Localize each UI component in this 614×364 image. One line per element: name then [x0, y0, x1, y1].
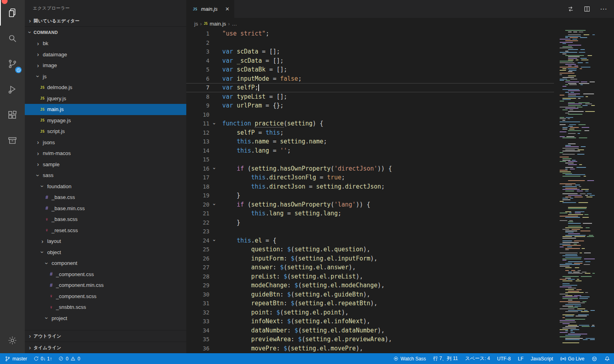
- code-line-7[interactable]: 7var selfP;: [186, 83, 554, 92]
- more-actions-icon[interactable]: ⋯: [600, 7, 607, 11]
- section-outline[interactable]: › アウトライン: [25, 330, 186, 342]
- tree-item-image[interactable]: ›image: [25, 60, 186, 71]
- tree-item-component[interactable]: ›component: [25, 258, 186, 269]
- tree-item-project[interactable]: ›project: [25, 313, 186, 324]
- tree-item-sass[interactable]: ›sass: [25, 170, 186, 181]
- activity-run-debug[interactable]: [0, 77, 25, 102]
- code-line-5[interactable]: 5var scDataBk = [];: [186, 65, 554, 74]
- section-timeline[interactable]: › タイムライン: [25, 342, 186, 353]
- code-line-13[interactable]: 13 this.name = setting.name;: [186, 137, 554, 146]
- breadcrumb-file[interactable]: main.js: [209, 21, 226, 27]
- breadcrumb-more[interactable]: …: [232, 21, 237, 27]
- code-line-31[interactable]: 31 repeatBtn: $(setting.el.repeatBtn),: [186, 299, 554, 308]
- breadcrumb-folder[interactable]: js: [194, 21, 198, 27]
- tab-main-js[interactable]: JS main.js ✕: [186, 0, 234, 18]
- code-line-16[interactable]: 16› if (setting.hasOwnProperty('directJs…: [186, 164, 554, 173]
- tree-item-dataimage[interactable]: ›dataimage: [25, 49, 186, 60]
- code-line-17[interactable]: 17 this.directJsonFlg = true;: [186, 173, 554, 182]
- tree-item-object[interactable]: ›object: [25, 247, 186, 258]
- fold-chevron-icon[interactable]: ›: [209, 121, 220, 127]
- section-open-editors[interactable]: › 開いているエディター: [25, 15, 186, 27]
- tree-item-nvim-macos[interactable]: ›nvim-macos: [25, 148, 186, 159]
- code-line-32[interactable]: 32 point: $(setting.el.point),: [186, 308, 554, 317]
- code-line-24[interactable]: 24› this.el = {: [186, 236, 554, 245]
- activity-source-control[interactable]: [0, 51, 25, 77]
- open-changes-icon[interactable]: [567, 6, 574, 12]
- tree-item-mypage.js[interactable]: JSmypage.js: [25, 115, 186, 126]
- watch-sass-button[interactable]: Watch Sass: [393, 356, 426, 362]
- tree-item-sample[interactable]: ›sample: [25, 159, 186, 170]
- tree-item-_component.min.css[interactable]: #_component.min.css: [25, 280, 186, 291]
- code-line-23[interactable]: 23: [186, 227, 554, 236]
- activity-settings[interactable]: [0, 328, 25, 353]
- cursor-position[interactable]: 行 7、列 11: [433, 355, 458, 362]
- code-line-6[interactable]: 6var inputMode = false;: [186, 74, 554, 84]
- tree-item-jsons[interactable]: ›jsons: [25, 137, 186, 148]
- tree-item-layout[interactable]: ›layout: [25, 236, 186, 247]
- code-line-2[interactable]: 2: [186, 38, 554, 48]
- eol-sequence[interactable]: LF: [518, 356, 524, 362]
- problems-status[interactable]: 0 0: [58, 356, 80, 362]
- code-line-1[interactable]: 1"use strict";: [186, 29, 554, 38]
- tree-item-foundation[interactable]: ›foundation: [25, 181, 186, 192]
- code-line-20[interactable]: 20› if (setting.hasOwnProperty('lang')) …: [186, 200, 554, 209]
- code-line-26[interactable]: 26 inputForm: $(setting.el.inputForm),: [186, 254, 554, 263]
- tree-item-_reset.scss[interactable]: ♀_reset.scss: [25, 225, 186, 236]
- code-line-28[interactable]: 28 preList: $(setting.el.preList),: [186, 272, 554, 281]
- code-line-14[interactable]: 14 this.lang = '';: [186, 146, 554, 155]
- code-line-4[interactable]: 4var _scData = [];: [186, 56, 554, 66]
- code-editor[interactable]: 1"use strict";23var scData = [];4var _sc…: [186, 29, 614, 353]
- tree-item-_base.css[interactable]: #_base.css: [25, 192, 186, 203]
- code-line-15[interactable]: 15: [186, 155, 554, 164]
- code-token: [222, 183, 251, 190]
- code-line-29[interactable]: 29 modeChange: $(setting.el.modeChange),: [186, 281, 554, 290]
- go-live-button[interactable]: Go Live: [560, 356, 584, 362]
- code-token: dataNumber: [251, 327, 287, 334]
- tree-item-js[interactable]: ›js: [25, 71, 186, 82]
- tree-item-_snsbtn.scss[interactable]: ♀_snsbtn.scss: [25, 302, 186, 313]
- git-sync-status[interactable]: 0↓ 1↑: [34, 356, 52, 362]
- tree-item-_component.css[interactable]: #_component.css: [25, 269, 186, 280]
- code-line-33[interactable]: 33 infoNext: $(setting.el.infoNext),: [186, 317, 554, 326]
- code-line-22[interactable]: 22 }: [186, 218, 554, 227]
- code-line-3[interactable]: 3var scData = [];: [186, 47, 554, 56]
- code-line-11[interactable]: 11›function practice(setting) {: [186, 119, 554, 128]
- close-tab-icon[interactable]: ✕: [225, 6, 229, 12]
- code-line-18[interactable]: 18 this.directJson = setting.directJson;: [186, 182, 554, 191]
- tree-item-delmode.js[interactable]: JSdelmode.js: [25, 82, 186, 93]
- code-line-25[interactable]: 25 question: $(setting.el.question),: [186, 245, 554, 254]
- code-line-34[interactable]: 34 dataNumber: $(setting.el.dataNumber),: [186, 326, 554, 335]
- split-editor-icon[interactable]: [584, 6, 590, 12]
- code-line-35[interactable]: 35 previewArea: $(setting.el.previewArea…: [186, 335, 554, 344]
- tree-item-_base.scss[interactable]: ♀_base.scss: [25, 214, 186, 225]
- fold-chevron-icon[interactable]: ›: [209, 165, 220, 171]
- code-line-12[interactable]: 12 selfP = this;: [186, 128, 554, 137]
- tree-item-jquery.js[interactable]: JSjquery.js: [25, 93, 186, 104]
- code-line-8[interactable]: 8var typeList = [];: [186, 92, 554, 101]
- language-mode[interactable]: JavaScript: [531, 356, 553, 362]
- feedback-button[interactable]: [592, 356, 597, 362]
- tree-item-bk[interactable]: ›bk: [25, 38, 186, 49]
- encoding[interactable]: UTF-8: [497, 356, 511, 362]
- code-line-10[interactable]: 10: [186, 110, 554, 119]
- minimap[interactable]: [560, 30, 595, 353]
- code-line-36[interactable]: 36 movePre: $(setting.el.movePre),: [186, 344, 554, 353]
- git-branch-status[interactable]: master: [5, 356, 27, 362]
- activity-archive[interactable]: [0, 128, 25, 153]
- notifications-button[interactable]: [604, 356, 610, 362]
- code-line-21[interactable]: 21 this.lang = setting.lang;: [186, 209, 554, 218]
- code-line-27[interactable]: 27 answer: $(setting.el.answer),: [186, 263, 554, 272]
- activity-search[interactable]: [0, 26, 25, 51]
- code-line-19[interactable]: 19 }: [186, 191, 554, 200]
- section-root-folder[interactable]: › COMMAND: [25, 27, 186, 38]
- tree-item-_base.min.css[interactable]: #_base.min.css: [25, 203, 186, 214]
- code-line-9[interactable]: 9var urlPram = {};: [186, 101, 554, 110]
- activity-extensions[interactable]: [0, 102, 25, 128]
- code-line-30[interactable]: 30 guideBtn: $(setting.el.guideBtn),: [186, 290, 554, 299]
- indentation[interactable]: スペース: 4: [465, 355, 490, 362]
- tree-item-main.js[interactable]: JSmain.js: [25, 104, 186, 115]
- tree-item-_component.scss[interactable]: ♀_component.scss: [25, 291, 186, 302]
- fold-chevron-icon[interactable]: ›: [209, 201, 220, 207]
- tree-item-script.js[interactable]: JSscript.js: [25, 126, 186, 137]
- fold-chevron-icon[interactable]: ›: [209, 237, 220, 243]
